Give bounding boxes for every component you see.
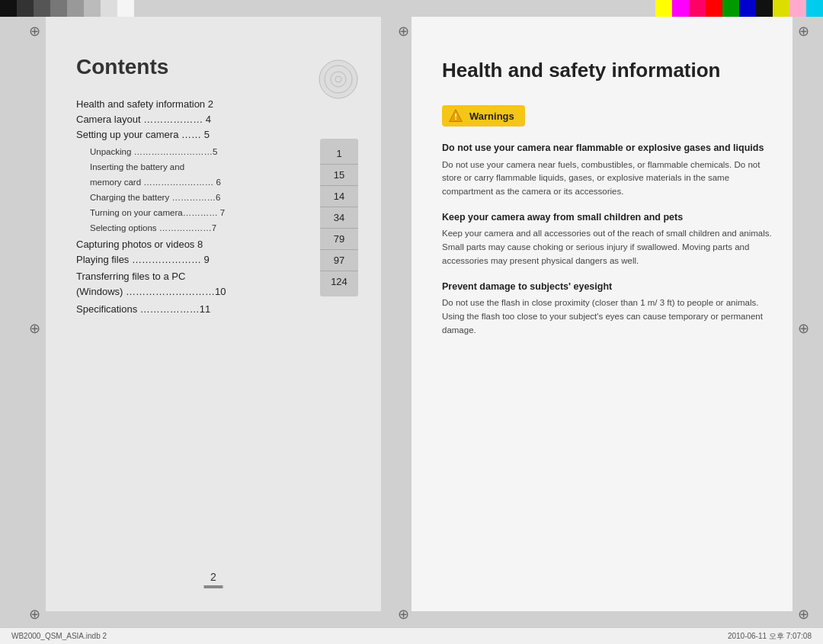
toc-entry-transfer2: (Windows) ………………………10 — [76, 284, 343, 298]
toc-label: Health and safety information 2 — [76, 98, 343, 110]
toc-sub-charging: Charging the battery ……………6 — [76, 190, 343, 203]
color-block-right — [722, 0, 739, 17]
page-num-label: 2 — [210, 571, 216, 583]
top-color-bar — [0, 0, 823, 17]
safety-section-3: Prevent damage to subjects' eyesight Do … — [442, 280, 773, 338]
safety-heading-3: Prevent damage to subjects' eyesight — [442, 280, 773, 294]
footer-left: WB2000_QSM_ASIA.indb 2 — [11, 632, 107, 640]
color-block-right — [756, 0, 773, 17]
toc-entry-specs: Specifications ………………11 — [76, 302, 343, 316]
right-page-title: Health and safety information — [442, 59, 773, 82]
color-block-left — [84, 0, 101, 17]
pg-num-14: 14 — [320, 186, 358, 207]
warnings-badge: ! Warnings — [442, 105, 525, 127]
toc-entry-playing: Playing files ………………… 9 — [76, 254, 343, 265]
safety-heading-2: Keep your camera away from small childre… — [442, 211, 773, 225]
safety-section-1: Do not use your camera near flammable or… — [442, 142, 773, 199]
bottom-footer: WB2000_QSM_ASIA.indb 2 2010-06-11 오후 7:0… — [0, 627, 823, 644]
pg-num-97: 97 — [320, 250, 358, 271]
safety-text-3: Do not use the flash in close proximity … — [442, 296, 773, 337]
toc-label: Capturing photos or videos 8 — [76, 239, 343, 250]
toc-label: Playing files ………………… 9 — [76, 254, 343, 265]
color-block-right — [806, 0, 823, 17]
color-block-right — [672, 0, 689, 17]
crosshair-left-center: ⊕ — [26, 320, 43, 337]
color-block-right — [789, 0, 806, 17]
toc-label: Camera layout ……………… 4 — [76, 114, 343, 125]
left-color-blocks — [0, 0, 366, 17]
right-page: Health and safety information ! Warnings… — [412, 17, 793, 611]
color-block-right — [773, 0, 789, 17]
toc-sub-label: Unpacking ………………………5 — [90, 147, 217, 156]
toc-sub-label: Inserting the battery and — [90, 162, 184, 171]
color-block-left — [101, 0, 117, 17]
pg-num-15: 15 — [320, 165, 358, 186]
safety-text-2: Keep your camera and all accessories out… — [442, 227, 773, 268]
color-block-left — [50, 0, 67, 17]
toc-entry-camera: Camera layout ……………… 4 — [76, 114, 343, 125]
crosshair-bottom-left: ⊕ — [26, 606, 43, 623]
color-block-right — [689, 0, 706, 17]
toc-label: Transferring files to a PC — [76, 271, 185, 282]
crosshair-bottom-right: ⊕ — [795, 606, 812, 623]
page-col-box: 1 15 14 34 79 97 124 — [320, 139, 358, 296]
toc-sub-label: Turning on your camera………… 7 — [90, 208, 225, 217]
pg-num-79: 79 — [320, 229, 358, 250]
footer-right: 2010-06-11 오후 7:07:08 — [728, 631, 812, 642]
bottom-page-number: 2 — [204, 571, 223, 588]
page-bar — [204, 585, 223, 588]
toc-entry-transfer: Transferring files to a PC — [76, 269, 343, 283]
safety-heading-1: Do not use your camera near flammable or… — [442, 142, 773, 155]
toc-sub-unpacking: Unpacking ………………………5 — [76, 144, 343, 158]
color-block-left — [0, 0, 17, 17]
crosshair-top-left: ⊕ — [26, 23, 43, 40]
crosshair-top-right: ⊕ — [795, 23, 812, 40]
toc-sub-turning: Turning on your camera………… 7 — [76, 205, 343, 219]
color-block-left — [34, 0, 50, 17]
toc-label: Specifications ………………11 — [76, 303, 210, 315]
pg-num-1: 1 — [320, 143, 358, 165]
toc-entry-health: Health and safety information 2 — [76, 98, 343, 110]
toc-sub-battery: Inserting the battery and — [76, 159, 343, 173]
toc-label: Setting up your camera …… 5 — [76, 129, 343, 140]
safety-section-2: Keep your camera away from small childre… — [442, 211, 773, 268]
right-color-blocks — [594, 0, 823, 17]
color-block-right — [739, 0, 756, 17]
color-block-left — [67, 0, 84, 17]
toc-entry-setup: Setting up your camera …… 5 — [76, 129, 343, 140]
color-block-left — [17, 0, 34, 17]
toc-sub-battery2: memory card …………………… 6 — [76, 175, 343, 188]
contents-area: Contents Health and safety information 2… — [76, 55, 343, 319]
toc-entry-capturing: Capturing photos or videos 8 — [76, 239, 343, 250]
svg-text:!: ! — [454, 112, 457, 121]
warnings-label: Warnings — [469, 111, 514, 122]
color-block-right — [706, 0, 722, 17]
contents-title: Contents — [76, 55, 343, 79]
right-content: Health and safety information ! Warnings… — [442, 59, 773, 350]
toc-label: (Windows) ………………………10 — [76, 286, 226, 297]
toc-sub-label: Selecting options ………………7 — [90, 223, 216, 232]
toc-sub-selecting: Selecting options ………………7 — [76, 220, 343, 234]
crosshair-right-center: ⊕ — [795, 320, 812, 337]
toc-sub-label: Charging the battery ……………6 — [90, 193, 220, 202]
crosshair-top-center: ⊕ — [395, 23, 412, 40]
color-block-left — [117, 0, 134, 17]
pg-num-124: 124 — [320, 271, 358, 292]
toc-sub-label: memory card …………………… 6 — [90, 178, 221, 187]
safety-text-1: Do not use your camera near fuels, combu… — [442, 159, 773, 199]
color-block-right — [655, 0, 672, 17]
pg-num-34: 34 — [320, 207, 358, 229]
crosshair-bottom-center: ⊕ — [395, 606, 412, 623]
left-page: Contents Health and safety information 2… — [46, 17, 381, 611]
